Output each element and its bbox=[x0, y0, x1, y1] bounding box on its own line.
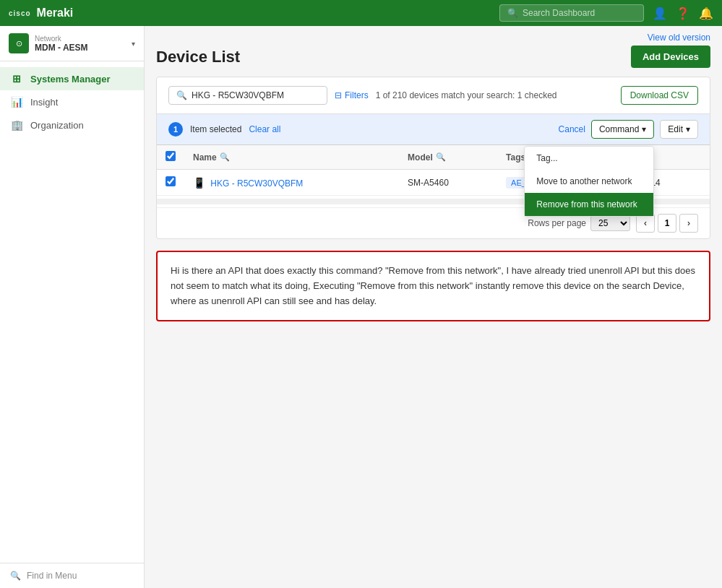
command-dropdown-menu: Tag... Move to another network Remove fr… bbox=[524, 146, 654, 217]
search-value: HKG - R5CW30VQBFM bbox=[192, 90, 284, 100]
network-icon: ⊙ bbox=[9, 33, 29, 53]
rows-per-page: Rows per page 25 50 100 bbox=[528, 215, 630, 231]
sidebar: ⊙ Network MDM - AESM ▾ ⊞ Systems Manager… bbox=[0, 26, 145, 588]
row-checkbox[interactable] bbox=[166, 176, 176, 186]
dropdown-item-move-network[interactable]: Move to another network bbox=[525, 170, 653, 193]
help-icon[interactable]: ❓ bbox=[676, 7, 690, 20]
search-placeholder: Search Dashboard bbox=[523, 8, 595, 18]
main-content: View old version Device List Add Devices… bbox=[145, 26, 722, 588]
organization-icon: 🏢 bbox=[10, 119, 23, 131]
global-search[interactable]: 🔍 Search Dashboard bbox=[499, 4, 644, 22]
sidebar-item-insight[interactable]: 📊 Insight bbox=[0, 90, 144, 113]
page-title: Device List bbox=[156, 48, 240, 66]
rows-per-page-label: Rows per page bbox=[528, 218, 586, 228]
device-type-icon: 📱 bbox=[193, 177, 205, 189]
sidebar-item-organization[interactable]: 🏢 Organization bbox=[0, 113, 144, 137]
page-header: Device List Add Devices bbox=[145, 43, 722, 77]
device-model: SM-A5460 bbox=[408, 178, 449, 188]
clear-all-link[interactable]: Clear all bbox=[249, 124, 280, 134]
command-wrapper: Command ▾ Tag... Move to another network… bbox=[591, 120, 654, 139]
dropdown-item-tag[interactable]: Tag... bbox=[525, 147, 653, 170]
match-count-text: 1 of 210 devices match your search: 1 ch… bbox=[376, 90, 614, 100]
meraki-brand: Meraki bbox=[37, 7, 74, 20]
content-panel: 🔍 HKG - R5CW30VQBFM ⊟ Filters 1 of 210 d… bbox=[156, 77, 710, 239]
filter-icon: ⊟ bbox=[335, 90, 342, 100]
find-in-menu-label: Find in Menu bbox=[27, 571, 77, 581]
device-name-link[interactable]: HKG - R5CW30VQBFM bbox=[210, 178, 303, 189]
systems-manager-icon: ⊞ bbox=[10, 73, 23, 85]
view-old-version-link[interactable]: View old version bbox=[648, 33, 710, 43]
network-info: Network MDM - AESM bbox=[35, 35, 88, 53]
comment-text: Hi is there an API that does exactly thi… bbox=[171, 265, 695, 306]
edit-label: Edit bbox=[668, 124, 683, 134]
network-name: MDM - AESM bbox=[35, 43, 88, 53]
network-label: Network bbox=[35, 35, 88, 43]
notification-icon[interactable]: 🔔 bbox=[699, 7, 713, 20]
current-page-button[interactable]: 1 bbox=[658, 214, 676, 233]
device-model-cell: SM-A5460 bbox=[399, 170, 497, 196]
filters-button[interactable]: ⊟ Filters bbox=[335, 90, 369, 100]
sidebar-item-label: Organization bbox=[30, 120, 84, 131]
table-header-checkbox bbox=[157, 145, 184, 170]
main-layout: ⊙ Network MDM - AESM ▾ ⊞ Systems Manager… bbox=[0, 26, 722, 588]
command-label: Command bbox=[599, 124, 639, 134]
sidebar-item-label: Systems Manager bbox=[30, 74, 111, 85]
chevron-down-icon: ▾ bbox=[132, 40, 135, 48]
name-search-icon[interactable]: 🔍 bbox=[220, 152, 230, 162]
search-row: 🔍 HKG - R5CW30VQBFM ⊟ Filters 1 of 210 d… bbox=[157, 77, 710, 114]
search-icon: 🔍 bbox=[176, 90, 187, 100]
edit-button[interactable]: Edit ▾ bbox=[660, 120, 698, 139]
rows-per-page-select[interactable]: 25 50 100 bbox=[590, 215, 630, 231]
find-icon: 🔍 bbox=[10, 571, 21, 581]
model-search-icon[interactable]: 🔍 bbox=[436, 152, 446, 162]
sidebar-navigation: ⊞ Systems Manager 📊 Insight 🏢 Organizati… bbox=[0, 61, 144, 142]
search-icon: 🔍 bbox=[507, 8, 518, 18]
cisco-logo: cisco bbox=[9, 9, 31, 17]
download-csv-button[interactable]: Download CSV bbox=[621, 86, 698, 105]
command-chevron-icon: ▾ bbox=[642, 124, 646, 134]
user-icon[interactable]: 👤 bbox=[653, 7, 667, 20]
comment-box: Hi is there an API that does exactly thi… bbox=[156, 251, 710, 321]
find-in-menu[interactable]: 🔍 Find in Menu bbox=[0, 563, 144, 588]
view-old-bar: View old version bbox=[145, 26, 722, 43]
filters-label: Filters bbox=[345, 90, 369, 100]
edit-chevron-icon: ▾ bbox=[686, 124, 690, 134]
nav-actions: 🔍 Search Dashboard 👤 ❓ 🔔 bbox=[499, 4, 713, 22]
selection-actions: Cancel Command ▾ Tag... Move to another … bbox=[559, 120, 698, 139]
command-button[interactable]: Command ▾ bbox=[591, 120, 654, 139]
device-name-cell: 📱 HKG - R5CW30VQBFM bbox=[184, 170, 399, 196]
network-selector[interactable]: ⊙ Network MDM - AESM ▾ bbox=[0, 26, 144, 61]
item-selected-text: Item selected bbox=[190, 124, 241, 134]
item-count-badge: 1 bbox=[168, 122, 183, 137]
dropdown-item-remove-network[interactable]: Remove from this network bbox=[525, 193, 653, 216]
row-checkbox-cell bbox=[157, 170, 184, 196]
table-header-model: Model 🔍 bbox=[399, 145, 497, 170]
sidebar-item-systems-manager[interactable]: ⊞ Systems Manager bbox=[0, 67, 144, 90]
device-search-field[interactable]: 🔍 HKG - R5CW30VQBFM bbox=[168, 86, 327, 105]
table-header-name: Name 🔍 bbox=[184, 145, 399, 170]
selection-bar: 1 Item selected Clear all Cancel Command… bbox=[157, 114, 710, 145]
top-navigation: cisco Meraki 🔍 Search Dashboard 👤 ❓ 🔔 bbox=[0, 0, 722, 26]
brand-area: cisco Meraki bbox=[9, 7, 73, 20]
add-devices-button[interactable]: Add Devices bbox=[631, 46, 710, 68]
cancel-button[interactable]: Cancel bbox=[559, 124, 585, 134]
select-all-checkbox[interactable] bbox=[166, 151, 176, 161]
sidebar-item-label: Insight bbox=[30, 97, 58, 108]
next-page-button[interactable]: › bbox=[679, 214, 698, 233]
insight-icon: 📊 bbox=[10, 96, 23, 108]
